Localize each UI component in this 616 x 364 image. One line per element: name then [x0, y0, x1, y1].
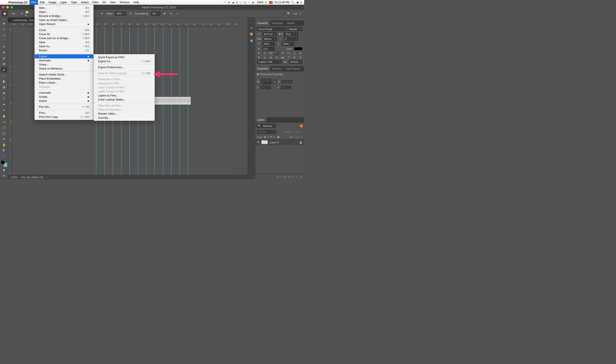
menu-item[interactable]: Export▶ [35, 54, 93, 58]
menu-edit[interactable]: Edit [38, 0, 46, 5]
home-button[interactable]: 🏠 [2, 11, 8, 16]
notification-center-icon[interactable]: ≡ [300, 1, 302, 4]
input-flag-icon[interactable] [269, 1, 273, 4]
menu-item[interactable]: Layers to Files... [94, 93, 155, 98]
swatches-panel-icon[interactable]: ▦ [249, 38, 254, 43]
menu-item[interactable]: Quick Export as PNG [94, 55, 155, 59]
hand2-tool[interactable]: ✋ [1, 142, 7, 148]
menubar-icon[interactable]: ⎙ [236, 1, 238, 4]
tab-layer-comps[interactable]: Layer Comps [283, 66, 302, 71]
fill-field[interactable]: 100% [294, 136, 300, 138]
move-tool[interactable]: ✥ [1, 21, 7, 26]
delete-layer-icon[interactable]: 🗑 [300, 176, 302, 178]
tab-layers[interactable]: Layers [255, 117, 267, 122]
menu-item[interactable]: Import▶ [35, 99, 93, 103]
lock-artboard-icon[interactable]: ▭ [274, 136, 276, 138]
toolbar-collapse[interactable]: » [1, 18, 7, 21]
ellipse-tool[interactable]: ◯ [1, 131, 7, 136]
language-dropdown[interactable]: English: USA [257, 60, 282, 64]
doc-size[interactable]: Doc: 412.7M/412.7M [21, 176, 43, 179]
rectangle-tool[interactable]: ■ [1, 90, 7, 96]
menu-item[interactable]: Zoomify... [94, 116, 155, 120]
gradient-tool[interactable]: ▤ [1, 84, 7, 90]
lock-all-icon[interactable]: 🔒 [277, 136, 280, 138]
antialias-dropdown[interactable]: Smooth [289, 60, 302, 64]
screen-mode-icon[interactable]: ▭▾ [293, 12, 297, 15]
zoom-tool[interactable]: 🔍 [1, 148, 7, 153]
menu-item[interactable]: Close⌘W [35, 28, 93, 32]
allcaps-button[interactable]: TT [269, 52, 273, 55]
menu-item[interactable]: Open Recent▶ [35, 22, 93, 26]
adjustment-icon[interactable]: ◑ [288, 175, 290, 178]
strikethrough-button[interactable]: T̶ [299, 52, 302, 55]
menu-item[interactable]: Place Linked... [35, 81, 93, 85]
bluetooth-icon[interactable]: ⌥ [243, 1, 246, 4]
menubar-icon[interactable]: ☁ [232, 1, 234, 4]
blend-mode-dropdown[interactable]: Normal [257, 130, 276, 134]
menu-item[interactable]: Save⌘S [35, 40, 93, 44]
close-window-button[interactable] [2, 6, 4, 9]
lock-image-icon[interactable]: ✎ [267, 136, 269, 138]
leading-field[interactable]: 70 pt [284, 32, 298, 36]
menu-item[interactable]: New...⌘N [35, 6, 93, 10]
rounded-rect-tool[interactable]: ▢ [1, 125, 7, 130]
brush-preset-picker[interactable]: ▾ [10, 11, 18, 16]
magic-wand-tool[interactable]: ✳ [1, 44, 7, 49]
ruler-vertical[interactable]: 012345678 [8, 26, 12, 175]
color-panel-icon[interactable]: 🎨 [249, 32, 254, 36]
superscript-button[interactable]: T¹ [281, 52, 284, 55]
menu-item[interactable]: Scripts▶ [35, 95, 93, 99]
marquee-tool[interactable]: ▭ [1, 33, 7, 38]
document-tab[interactable]: × ArcticOcean_Tukt [8, 18, 36, 23]
menu-item[interactable]: Share... [35, 63, 93, 66]
brush-tool[interactable]: 🖌 [1, 67, 7, 73]
smoothing-gear-icon[interactable]: ⚙ [162, 12, 167, 16]
battery-status[interactable]: 100% 🔋 [257, 1, 267, 4]
menu-file[interactable]: File [29, 0, 38, 5]
panel-icon[interactable]: ⮒ [249, 25, 254, 30]
tracking-field[interactable]: 0 [284, 37, 298, 41]
subscript-button[interactable]: T₁ [287, 52, 290, 55]
menu-item[interactable]: Export Preferences... [94, 65, 155, 69]
menu-item[interactable]: Open as Smart Object... [35, 18, 93, 22]
hand-tool[interactable]: ✋ [1, 113, 7, 119]
tab-libraries[interactable]: Libraries [270, 66, 283, 71]
font-family-dropdown[interactable]: Areno Rough [257, 27, 286, 31]
x-field[interactable]: 0 in [260, 86, 271, 89]
menu-select[interactable]: Select [79, 0, 90, 5]
layer-row[interactable]: 👁 Layer 0 🔒 [255, 139, 304, 145]
minimize-window-button[interactable] [6, 6, 9, 9]
menu-item[interactable]: Generate▶ [35, 58, 93, 63]
foreground-background-colors[interactable] [1, 160, 7, 167]
opacity-field[interactable]: 100% [294, 131, 300, 133]
lasso-tool[interactable]: ⌒ [1, 38, 7, 44]
pressure-size-icon[interactable]: ✎ [169, 12, 173, 16]
menu-view[interactable]: View [108, 0, 118, 5]
baseline-field[interactable]: 0 pt [262, 47, 275, 51]
menu-item[interactable]: Print One Copy⌥⇧⌘P [35, 115, 93, 119]
quickmask-button[interactable]: ◙ [1, 167, 7, 173]
font-style-dropdown[interactable]: Regular [287, 27, 302, 31]
menu-item[interactable]: Share on Behance... [35, 66, 93, 71]
tab-paragraph[interactable]: Paragraph [270, 21, 285, 26]
menubar-icon[interactable]: ⎍ [240, 1, 241, 4]
wifi-icon[interactable]: ⌢ [248, 1, 250, 4]
faux-bold-button[interactable]: T [257, 52, 261, 55]
crop-tool[interactable]: ⧉ [1, 50, 7, 55]
y-field[interactable]: 0 in [281, 86, 292, 89]
menu-item[interactable]: Print...⌘P [35, 111, 93, 115]
text-color-swatch[interactable] [294, 47, 302, 51]
menu-filter[interactable]: Filter [91, 0, 101, 5]
brush-panel-icon[interactable]: 📁▾ [25, 12, 29, 16]
volume-icon[interactable]: 🔈 [252, 1, 255, 4]
clone-tool[interactable]: ⎌ [1, 73, 7, 78]
smallcaps-button[interactable]: Tᴛ [275, 52, 279, 55]
menu-item[interactable]: Render Video... [94, 112, 155, 116]
menu-item[interactable]: Browse in Bridge...⌥⌘O [35, 14, 93, 18]
flow-field[interactable]: 35% [115, 12, 126, 16]
menu-window[interactable]: Window [118, 0, 131, 5]
healing-tool[interactable]: ✚ [1, 61, 7, 67]
menu-item[interactable]: Close and Go to Bridge...⇧⌘W [35, 36, 93, 40]
height-field[interactable]: 12.92 in [282, 80, 292, 83]
more-tool[interactable]: ⋯ [1, 154, 7, 159]
